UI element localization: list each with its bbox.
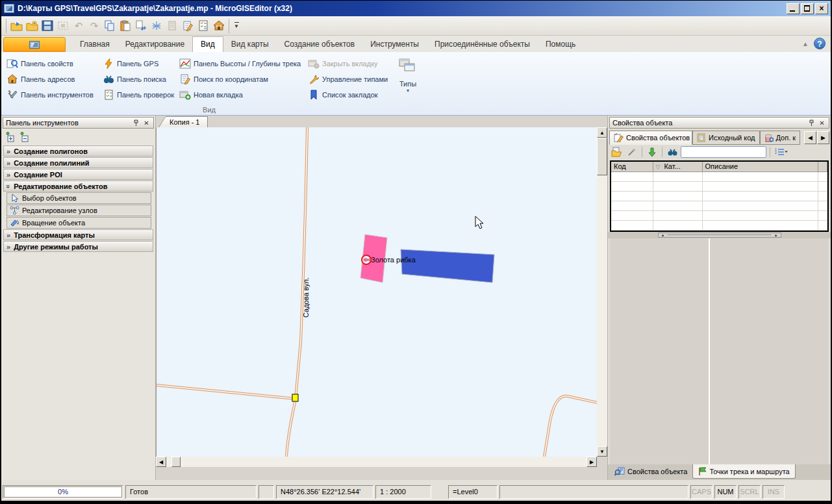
tool-edit-nodes[interactable]: Редактирование узлов [6, 205, 151, 216]
open-map-icon[interactable] [8, 18, 24, 34]
category-create-polylines[interactable]: »Создание полилиний [3, 157, 153, 168]
horizontal-scroll-thumb[interactable] [171, 457, 181, 467]
ribbon-item-bookmarks-list[interactable]: Список закладок [307, 87, 390, 103]
find-icon[interactable] [666, 145, 679, 158]
tab-pomosch[interactable]: Помощь [538, 37, 583, 52]
vertical-scrollbar[interactable]: ▲ ▼ [597, 127, 607, 457]
collapse-ribbon-icon[interactable]: ▲ [802, 40, 809, 47]
scroll-right-icon[interactable]: ▶ [586, 457, 597, 467]
category-create-poi[interactable]: »Создание POI [3, 169, 153, 180]
tab-vid-karty[interactable]: Вид карты [223, 37, 277, 52]
table-row[interactable] [611, 181, 827, 191]
bottom-tab-object-properties[interactable]: Свойства объекта [609, 464, 692, 479]
close-button[interactable]: × [815, 3, 828, 14]
category-edit-objects[interactable]: »Редактирование объектов [3, 181, 153, 192]
table-row[interactable] [611, 210, 827, 220]
category-other-modes[interactable]: »Другие режимы работы [3, 241, 153, 252]
category-create-polygons[interactable]: »Создание полигонов [3, 145, 153, 157]
map-tab-kopiya-1[interactable]: Копия - 1 [159, 117, 207, 127]
property-grid-left[interactable] [610, 238, 709, 465]
paste-coordinates-icon[interactable] [133, 18, 149, 34]
ribbon-item-properties-panel[interactable]: Панель свойств [5, 56, 101, 71]
ribbon-item-search-panel[interactable]: Панель поиска [101, 71, 178, 87]
track-points-icon [698, 467, 707, 476]
expand-all-icon[interactable] [5, 131, 17, 143]
ribbon-item-addresses-panel[interactable]: Панель адресов [5, 71, 101, 87]
object-search-input[interactable] [681, 146, 766, 158]
panel-splitter[interactable]: ▲▲ [608, 232, 831, 238]
toolbar-options-icon[interactable]: ▼ [231, 19, 242, 33]
restore-button[interactable] [801, 3, 814, 14]
close-panel-icon[interactable]: ✕ [142, 119, 151, 127]
home-icon[interactable] [211, 18, 227, 34]
vertical-scroll-thumb[interactable] [597, 138, 607, 175]
tab-redaktirovanie[interactable]: Редактирование [118, 37, 192, 52]
tab-source-code[interactable]: Исходный код [692, 131, 760, 145]
scroll-left-icon[interactable]: ◀ [156, 457, 166, 467]
undo-icon[interactable]: ↶ [71, 18, 86, 34]
tab-vid[interactable]: Вид [192, 36, 223, 52]
ribbon-item-new-tab[interactable]: Новая вкладка [178, 87, 307, 103]
map-canvas[interactable]: Садова вул. Золота рибка [156, 127, 597, 457]
tab-instrumenty[interactable]: Инструменты [362, 37, 427, 52]
table-row[interactable] [611, 220, 827, 230]
pin-icon[interactable] [807, 119, 816, 127]
table-row[interactable] [611, 171, 827, 181]
tab-glavnaya[interactable]: Главная [72, 37, 118, 52]
pin-icon[interactable] [132, 119, 140, 127]
open-properties-icon[interactable] [611, 145, 624, 158]
property-grid-right[interactable] [710, 238, 829, 465]
application-menu-button[interactable] [3, 37, 66, 52]
property-grid-empty [610, 238, 829, 465]
objects-table[interactable]: Код ▽Кат... Описание [610, 160, 829, 232]
column-header-kat[interactable]: ▽Кат... [653, 162, 702, 171]
help-button[interactable]: ? [814, 38, 826, 49]
minimize-button[interactable] [787, 3, 800, 14]
properties-panel-icon [6, 58, 18, 69]
bottom-tab-track-points[interactable]: Точки трека и маршрута [692, 464, 795, 479]
select-objects-icon [9, 194, 20, 203]
coordinate-search-icon [179, 74, 191, 84]
ribbon-item-tools-panel[interactable]: Панель инструментов [5, 87, 101, 103]
ribbon-item-gps-panel[interactable]: Панель GPS [101, 56, 178, 71]
table-row[interactable] [611, 191, 827, 201]
tab-object-properties[interactable]: Свойства объектов [609, 131, 692, 145]
tool-rotate-object[interactable]: Вращение объекта [6, 217, 151, 229]
scroll-up-icon[interactable]: ▲ [597, 127, 607, 138]
scroll-down-icon[interactable]: ▼ [597, 446, 607, 457]
selection-icon[interactable] [55, 18, 71, 34]
tab-prisoedinennye-obekty[interactable]: Присоединённые объекты [427, 37, 538, 52]
arrow-down-icon[interactable] [646, 145, 659, 158]
paste-icon[interactable] [118, 18, 133, 34]
tab-scroll-left-icon[interactable]: ◀ [804, 131, 816, 144]
collapse-all-icon[interactable] [19, 131, 31, 143]
right-panel-bottom-tabs: Свойства объекта Точки трека и маршрута [608, 464, 831, 480]
merge-points-icon[interactable] [149, 18, 164, 34]
category-map-transformation[interactable]: »Трансформация карты [3, 229, 153, 240]
ribbon-item-checks-panel[interactable]: Панель проверок [101, 87, 178, 103]
column-header-opisanie[interactable]: Описание [702, 162, 818, 171]
table-row[interactable] [611, 201, 827, 210]
import-map-icon[interactable] [24, 18, 40, 34]
tab-scroll-right-icon[interactable]: ▶ [817, 131, 829, 144]
ribbon-item-close-tab[interactable]: Закрыть вкладку [307, 56, 390, 71]
close-panel-icon[interactable]: ✕ [818, 119, 826, 127]
bookmarks-list-icon [308, 90, 320, 100]
list-view-icon[interactable]: 12 [774, 145, 790, 158]
types-button[interactable]: Типы ▾ [395, 56, 421, 103]
tab-sozdanie-obektov[interactable]: Создание объектов [277, 37, 363, 52]
ribbon-item-manage-types[interactable]: Управление типами [307, 71, 390, 87]
ribbon-item-track-elevation-panel[interactable]: Панель Высоты / Глубины трека [178, 56, 307, 71]
redo-icon[interactable]: ↷ [86, 18, 102, 34]
checklist-icon[interactable] [195, 18, 211, 34]
ribbon-item-coordinate-search[interactable]: Поиск по координатам [178, 71, 307, 87]
edit-source-icon[interactable] [180, 18, 195, 34]
report-icon[interactable] [164, 18, 180, 34]
horizontal-scrollbar[interactable]: ◀ ▶ [156, 457, 597, 467]
tab-extra[interactable]: Доп. к [760, 131, 800, 145]
save-icon[interactable] [40, 18, 55, 34]
column-header-kod[interactable]: Код [611, 162, 653, 171]
copy-icon[interactable] [102, 18, 118, 34]
magic-wand-icon[interactable] [625, 145, 638, 158]
tool-select-objects[interactable]: Выбор объектов [6, 192, 151, 204]
